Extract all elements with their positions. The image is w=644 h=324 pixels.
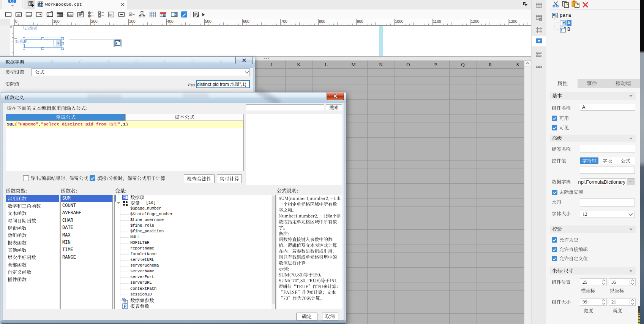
svg-text:?: ? (125, 300, 126, 303)
svg-text:txt: txt (109, 13, 113, 17)
svg-text:P: P (124, 304, 126, 308)
svg-text:i: i (540, 18, 541, 21)
svg-text:123: 123 (68, 13, 73, 16)
svg-text:lab: lab (17, 13, 20, 16)
